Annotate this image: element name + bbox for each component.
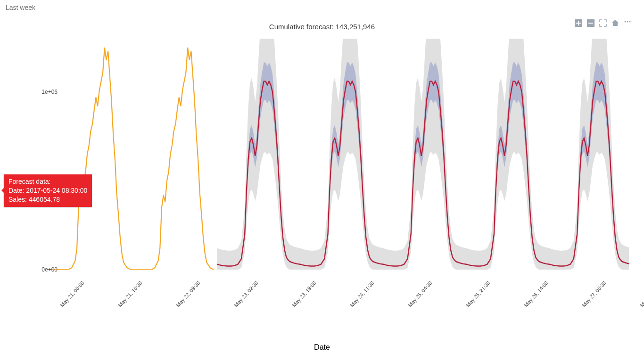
more-options-button[interactable] [623,19,632,27]
y-tick-label: 1e+06 [41,89,58,95]
chart-tooltip: Forecast data: Date: 2017-05-24 08:30:00… [4,174,92,207]
autoscale-button[interactable] [599,19,607,27]
svg-point-6 [627,21,628,23]
x-tick-label: May 25, 04:30 [407,280,433,308]
chart-title: Cumulative forecast: 143,251,946 [4,23,640,31]
plus-icon [575,19,582,27]
x-tick-label: May 25, 21:30 [465,280,491,308]
forecast-chart: Cumulative forecast: 143,251,946 Sales D… [4,15,640,354]
x-tick-label: May 27, 23:30 [639,280,644,308]
minus-icon [587,19,594,27]
reset-axes-button[interactable] [611,19,619,27]
tooltip-date: Date: 2017-05-24 08:30:00 [8,186,87,195]
svg-rect-4 [588,23,593,24]
plot-area[interactable] [51,39,631,270]
more-icon [624,19,631,27]
series-actual [51,48,214,270]
chart-toolbar [574,19,632,27]
tooltip-value: Sales: 446054.78 [8,195,87,204]
expand-icon [599,19,607,27]
x-tick-label: May 21, 00:00 [59,280,85,308]
svg-point-5 [625,21,626,23]
svg-rect-2 [576,23,581,24]
x-tick-label: May 23, 02:30 [233,280,259,308]
x-tick-label: May 24, 11:30 [349,280,375,308]
x-tick-label: May 22, 09:30 [175,280,201,308]
zoom-in-button[interactable] [574,19,583,27]
home-icon [611,19,619,27]
x-tick-label: May 23, 19:00 [291,280,317,308]
svg-point-7 [629,21,631,23]
x-tick-label: May 26, 14:00 [523,280,549,308]
page-subtitle: Last week [0,0,644,15]
zoom-out-button[interactable] [586,19,595,27]
tooltip-title: Forecast data: [8,177,87,186]
x-axis-label: Date [4,343,640,352]
y-tick-label: 0e+00 [41,266,58,273]
x-tick-label: May 21, 16:30 [117,280,143,308]
x-tick-label: May 27, 06:30 [581,280,607,308]
